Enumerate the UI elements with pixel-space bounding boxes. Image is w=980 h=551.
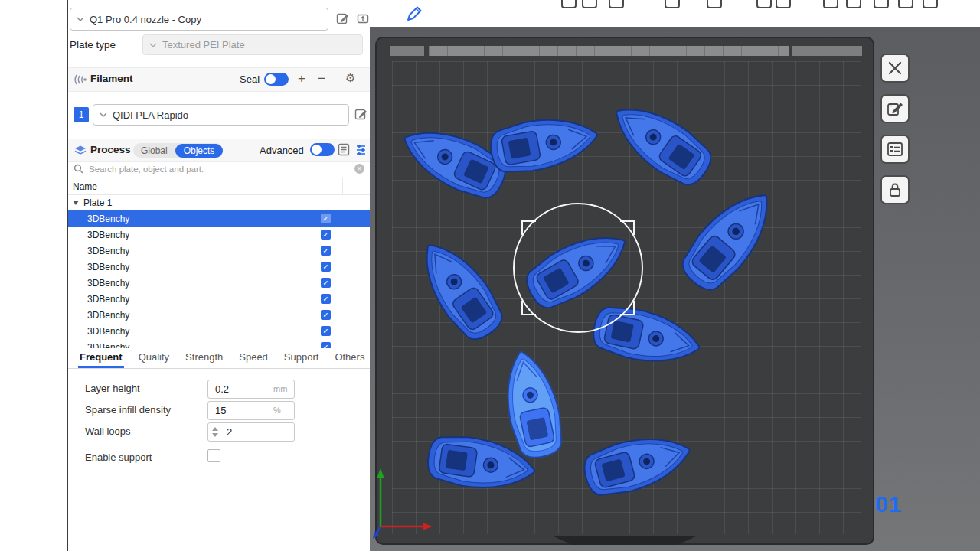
wall-loops-input[interactable] [207, 422, 295, 442]
slicer-app: Q1 Pro 0.4 nozzle - Copy Plate type Text… [0, 0, 980, 551]
export-preset-button[interactable] [354, 11, 371, 28]
search-bar: × [68, 160, 370, 178]
toolbar-icon-partial[interactable] [582, 0, 597, 8]
tab-frequent[interactable]: Frequent [80, 351, 122, 368]
object-row[interactable]: 3DBenchy [68, 339, 370, 348]
enable-support-label: Enable support [85, 452, 152, 463]
tab-speed[interactable]: Speed [239, 351, 268, 368]
object-visibility-checkbox[interactable] [321, 214, 331, 223]
toolbar-icon-partial[interactable] [874, 0, 889, 8]
column-divider [315, 178, 315, 194]
filament-select[interactable]: QIDI PLA Rapido [93, 104, 349, 126]
sparse-infill-unit: % [273, 406, 281, 415]
object-row[interactable]: 3DBenchy [68, 259, 370, 275]
edit-filament-button[interactable] [353, 106, 370, 123]
toolbar-icon-partial[interactable] [756, 0, 772, 8]
advanced-toggle[interactable] [310, 143, 335, 156]
filament-slot-badge[interactable]: 1 [74, 107, 89, 122]
advanced-label: Advanced [260, 145, 304, 156]
process-section-header: Process Global Objects Advanced [68, 139, 370, 162]
clear-search-icon[interactable]: × [354, 164, 364, 174]
object-label: 3DBenchy [87, 230, 129, 240]
print-bed[interactable] [375, 37, 874, 545]
object-visibility-checkbox[interactable] [321, 326, 331, 336]
parameter-list-icon[interactable] [338, 143, 351, 158]
layer-height-row: Layer height mm [68, 380, 370, 399]
stepper-up-icon[interactable] [212, 427, 218, 431]
object-label: 3DBenchy [87, 246, 129, 256]
object-row[interactable]: 3DBenchy [68, 227, 370, 243]
object-visibility-checkbox[interactable] [321, 310, 331, 320]
object-visibility-checkbox[interactable] [321, 342, 331, 348]
viewport-toolbar-strip [370, 0, 980, 27]
pencil-icon[interactable] [403, 4, 423, 24]
toolbar-icon-partial[interactable] [707, 0, 722, 8]
object-visibility-checkbox[interactable] [321, 262, 331, 272]
object-row[interactable]: 3DBenchy [68, 243, 370, 259]
left-rail [0, 0, 68, 551]
settings-tabs: Frequent Quality Strength Speed Support … [68, 349, 370, 369]
enable-support-row: Enable support [68, 448, 370, 468]
object-row[interactable]: 3DBenchy [68, 307, 370, 323]
toggle-knob [266, 74, 276, 84]
toolbar-icon-partial[interactable] [561, 0, 577, 8]
lock-icon [886, 181, 904, 199]
filament-settings-gear-icon[interactable]: ⚙ [345, 71, 355, 85]
object-visibility-checkbox[interactable] [321, 246, 331, 256]
plate-settings-button[interactable] [880, 135, 910, 164]
stepper-down-icon[interactable] [212, 433, 218, 437]
delete-button[interactable] [880, 54, 910, 83]
toolbar-icon-partial[interactable] [823, 0, 838, 8]
remove-filament-button[interactable]: − [313, 70, 330, 88]
lock-button[interactable] [880, 175, 910, 204]
tab-strength[interactable]: Strength [185, 351, 223, 368]
object-list: 3DBenchy 3DBenchy 3DBenchy 3DBenchy 3DBe… [68, 210, 370, 348]
viewport-3d[interactable]: 01 [370, 0, 980, 551]
column-divider [342, 178, 343, 194]
seal-toggle[interactable] [264, 73, 289, 86]
plate-number-badge[interactable]: 01 [875, 491, 902, 517]
object-row[interactable]: 3DBenchy [68, 323, 370, 339]
toolbar-icon-partial[interactable] [665, 0, 680, 8]
wall-loops-stepper[interactable] [212, 427, 218, 437]
toolbar-icon-partial[interactable] [898, 0, 913, 8]
object-row[interactable]: 3DBenchy [68, 291, 370, 307]
sparse-infill-input[interactable] [207, 401, 295, 420]
object-label: 3DBenchy [87, 342, 129, 349]
add-filament-button[interactable]: + [293, 70, 310, 88]
object-label: 3DBenchy [87, 310, 129, 321]
object-row[interactable]: 3DBenchy [68, 275, 370, 291]
chevron-down-icon [149, 43, 157, 47]
chevron-down-icon [100, 112, 107, 117]
toolbar-icon-partial[interactable] [846, 0, 861, 8]
object-visibility-checkbox[interactable] [321, 278, 331, 288]
display-settings-icon[interactable] [354, 143, 368, 158]
object-label: 3DBenchy [87, 278, 129, 289]
plate-type-label: Plate type [70, 39, 116, 51]
sparse-infill-row: Sparse infill density % [68, 401, 370, 421]
filament-icon [74, 73, 87, 86]
tab-quality[interactable]: Quality [139, 351, 169, 368]
tab-support[interactable]: Support [284, 351, 319, 368]
enable-support-checkbox[interactable] [207, 449, 220, 462]
scope-global-button[interactable]: Global [133, 145, 175, 156]
tab-others[interactable]: Others [335, 351, 364, 368]
toolbar-icon-partial[interactable] [923, 0, 938, 8]
printer-preset-select[interactable]: Q1 Pro 0.4 nozzle - Copy [70, 8, 328, 31]
plate-type-select[interactable]: Textured PEI Plate [142, 34, 363, 55]
auto-orient-button[interactable] [880, 94, 910, 123]
tree-plate-row[interactable]: Plate 1 [68, 194, 370, 210]
scope-objects-button[interactable]: Objects [175, 144, 224, 158]
process-icon [74, 145, 87, 157]
search-input[interactable] [87, 164, 351, 174]
toolbar-icon-partial[interactable] [776, 0, 791, 8]
caret-down-icon [73, 201, 79, 205]
object-visibility-checkbox[interactable] [321, 294, 331, 304]
toolbar-icon-partial[interactable] [609, 0, 624, 8]
object-visibility-checkbox[interactable] [321, 230, 331, 240]
object-tree-header: Name [68, 178, 370, 195]
object-label: 3DBenchy [87, 214, 129, 224]
object-row[interactable]: 3DBenchy [68, 210, 370, 227]
edit-preset-button[interactable] [335, 11, 351, 28]
object-label: 3DBenchy [87, 326, 129, 337]
